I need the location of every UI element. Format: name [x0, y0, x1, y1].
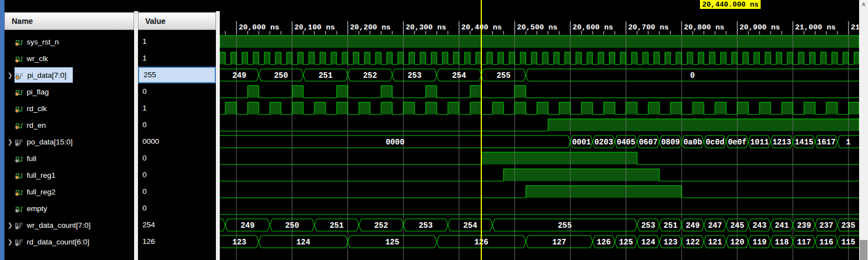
signal-name-label: rd_data_count[6:0] — [27, 238, 90, 246]
bus-signal-icon — [14, 221, 24, 230]
svg-text:249: 249 — [232, 71, 246, 80]
svg-text:255: 255 — [558, 221, 571, 230]
svg-text:120: 120 — [730, 238, 744, 247]
svg-text:1011: 1011 — [750, 138, 769, 147]
svg-text:0001: 0001 — [572, 138, 591, 147]
signal-row-pi_flag[interactable]: pi_flag — [4, 83, 134, 100]
svg-text:0607: 0607 — [639, 138, 658, 147]
svg-text:21,000 ns: 21,000 ns — [795, 23, 836, 32]
bus-signal-icon — [14, 138, 24, 147]
signal-row-pi_data-7-0-[interactable]: ❯pi_data[7:0] — [4, 67, 134, 83]
bus-signal-icon — [15, 71, 24, 80]
signal-value-sys_rst_n: 1 — [138, 33, 216, 50]
selected-signal-highlight: pi_data[7:0] — [14, 67, 73, 83]
expander-chevron-icon[interactable]: ❯ — [6, 222, 14, 229]
signal-row-full_reg2[interactable]: full_reg2 — [4, 183, 134, 200]
svg-text:0203: 0203 — [594, 138, 613, 147]
signal-name-label: full — [27, 154, 36, 163]
svg-text:0405: 0405 — [617, 138, 635, 147]
svg-text:1: 1 — [846, 138, 850, 147]
name-column-header[interactable]: Name — [4, 12, 134, 30]
svg-text:20,600 ns: 20,600 ns — [573, 23, 613, 32]
svg-text:0809: 0809 — [661, 138, 680, 147]
values-panel: Value 1125501000000000254126 — [138, 0, 216, 260]
cursor-time-label[interactable]: 20,440.000 ns — [700, 0, 761, 9]
svg-text:249: 249 — [685, 221, 699, 230]
signal-row-rd_en[interactable]: rd_en — [4, 117, 134, 133]
expander-chevron-icon[interactable]: ❯ — [6, 138, 14, 146]
svg-text:125: 125 — [619, 238, 633, 247]
signal-name-label: wr_clk — [27, 54, 48, 63]
svg-text:124: 124 — [296, 238, 310, 247]
signal-value-rd_data_count-6-0-: 126 — [138, 233, 216, 250]
waveform-canvas[interactable]: 20,000 ns20,100 ns20,200 ns20,300 ns20,4… — [220, 0, 859, 260]
svg-text:255: 255 — [496, 71, 510, 80]
scrollbar-up-icon[interactable]: ∧ — [859, 0, 868, 9]
signal-name-label: pi_flag — [27, 88, 49, 96]
signal-row-wr_data_count-7-0-[interactable]: ❯wr_data_count[7:0] — [4, 217, 134, 233]
signal-value-pi_data-7-0-: 255 — [138, 67, 216, 83]
svg-text:127: 127 — [552, 238, 566, 247]
values-panel-rows: 1125501000000000254126 — [138, 33, 216, 250]
signal-row-empty[interactable]: empty — [4, 200, 134, 217]
value-wave-splitter[interactable] — [216, 11, 220, 260]
svg-text:20,300 ns: 20,300 ns — [406, 23, 446, 32]
names-panel-rows: sys_rst_nwr_clk❯pi_data[7:0]pi_flagrd_cl… — [4, 33, 134, 250]
names-panel: Name sys_rst_nwr_clk❯pi_data[7:0]pi_flag… — [4, 0, 134, 260]
signal-row-wr_clk[interactable]: wr_clk — [4, 50, 134, 67]
waveform-viewer-window: Name sys_rst_nwr_clk❯pi_data[7:0]pi_flag… — [0, 0, 868, 260]
svg-text:125: 125 — [385, 238, 399, 247]
svg-text:251: 251 — [329, 221, 343, 230]
svg-text:0: 0 — [690, 71, 694, 80]
svg-text:124: 124 — [641, 238, 655, 247]
scrollbar-thumb[interactable] — [860, 240, 867, 260]
bit-signal-icon — [14, 54, 24, 63]
svg-text:20,700 ns: 20,700 ns — [628, 23, 669, 32]
svg-text:0000: 0000 — [386, 138, 405, 147]
expander-chevron-icon[interactable]: ❯ — [6, 238, 14, 246]
bit-signal-icon — [14, 88, 24, 97]
svg-text:20,500 ns: 20,500 ns — [517, 23, 558, 32]
bit-signal-icon — [14, 38, 24, 47]
svg-text:247: 247 — [708, 221, 722, 230]
svg-text:117: 117 — [797, 238, 811, 247]
signal-name-label: empty — [27, 204, 47, 213]
bit-signal-icon — [14, 154, 24, 163]
panel-accent-bar — [0, 0, 4, 260]
svg-text:0a0b: 0a0b — [683, 138, 702, 147]
signal-name-label: rd_clk — [27, 104, 47, 113]
value-column-header[interactable]: Value — [138, 12, 216, 30]
signal-value-full_reg2: 0 — [138, 183, 216, 200]
svg-text:252: 252 — [374, 221, 388, 230]
svg-text:116: 116 — [819, 238, 833, 247]
name-value-splitter[interactable] — [134, 11, 138, 260]
svg-text:20,900 ns: 20,900 ns — [739, 23, 780, 32]
bit-signal-icon — [14, 121, 24, 130]
signal-row-po_data-15-0-[interactable]: ❯po_data[15:0] — [4, 133, 134, 150]
svg-text:250: 250 — [285, 221, 299, 230]
expander-chevron-icon[interactable]: ❯ — [6, 72, 14, 79]
waveform-area[interactable]: 20,000 ns20,100 ns20,200 ns20,300 ns20,4… — [220, 0, 859, 260]
svg-text:253: 253 — [418, 221, 432, 230]
signal-name-label: full_reg2 — [27, 188, 56, 196]
signal-row-full_reg1[interactable]: full_reg1 — [4, 167, 134, 183]
signal-row-sys_rst_n[interactable]: sys_rst_n — [4, 33, 134, 50]
svg-text:0c0d: 0c0d — [706, 138, 724, 147]
signal-name-label: wr_data_count[7:0] — [27, 221, 91, 229]
vertical-scrollbar[interactable]: ∧ — [859, 0, 868, 260]
svg-text:1213: 1213 — [772, 138, 791, 147]
signal-value-pi_flag: 0 — [138, 83, 216, 100]
signal-row-full[interactable]: full — [4, 150, 134, 167]
svg-text:254: 254 — [452, 71, 466, 80]
signal-row-rd_data_count-6-0-[interactable]: ❯rd_data_count[6:0] — [4, 233, 134, 250]
signal-value-po_data-15-0-: 0000 — [138, 133, 216, 150]
signal-row-rd_clk[interactable]: rd_clk — [4, 100, 134, 117]
svg-text:253: 253 — [641, 221, 655, 230]
svg-text:252: 252 — [363, 71, 377, 80]
signal-value-wr_data_count-7-0-: 254 — [138, 217, 216, 233]
svg-text:122: 122 — [685, 238, 699, 247]
svg-text:251: 251 — [663, 221, 677, 230]
svg-text:253: 253 — [407, 71, 421, 80]
signal-name-label: rd_en — [27, 121, 46, 129]
svg-text:20,200 ns: 20,200 ns — [350, 23, 391, 32]
